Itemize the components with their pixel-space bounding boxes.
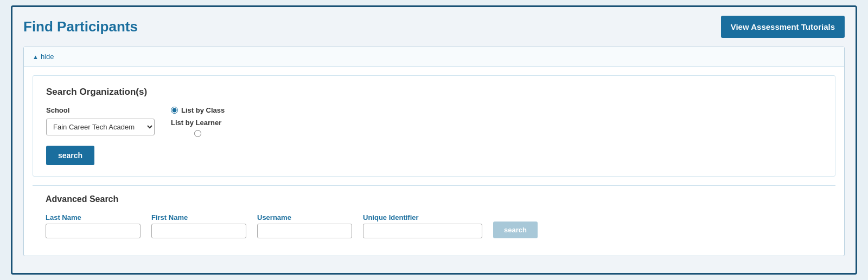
advanced-search-title: Advanced Search — [46, 194, 822, 204]
list-by-class-radio[interactable] — [171, 107, 178, 114]
panel-header: ▲ hide — [24, 47, 844, 67]
username-input[interactable] — [257, 224, 352, 238]
radio-group: List by Class List by Learner — [171, 106, 225, 137]
school-label: School — [46, 106, 155, 114]
hide-toggle[interactable]: ▲ hide — [33, 53, 835, 61]
unique-id-input[interactable] — [363, 224, 482, 238]
advanced-search-section: Advanced Search Last Name First Name Use… — [33, 186, 835, 247]
hide-label: hide — [41, 53, 54, 61]
search-org-section: Search Organization(s) School Fain Caree… — [33, 75, 835, 177]
main-panel: ▲ hide Search Organization(s) School Fai… — [23, 47, 845, 256]
list-by-learner-item: List by Learner — [171, 119, 225, 137]
page-wrapper: Find Participants View Assessment Tutori… — [11, 5, 857, 275]
list-by-class-item: List by Class — [171, 106, 225, 114]
search-org-title: Search Organization(s) — [46, 87, 822, 97]
list-by-learner-text: List by Learner — [171, 119, 221, 127]
page-title: Find Participants — [23, 18, 138, 35]
search-button[interactable]: search — [46, 146, 94, 165]
unique-id-label: Unique Identifier — [363, 213, 482, 222]
advanced-search-button[interactable]: search — [493, 222, 538, 238]
username-label: Username — [257, 213, 352, 222]
unique-id-field-group: Unique Identifier — [363, 213, 482, 238]
search-org-fields: School Fain Career Tech Academ List by C… — [46, 106, 822, 137]
first-name-field-group: First Name — [151, 213, 246, 238]
chevron-up-icon: ▲ — [33, 54, 39, 60]
page-header: Find Participants View Assessment Tutori… — [23, 16, 845, 38]
last-name-field-group: Last Name — [46, 213, 141, 238]
view-tutorials-button[interactable]: View Assessment Tutorials — [721, 16, 845, 38]
list-by-learner-label: List by Learner — [171, 119, 225, 127]
list-by-class-label: List by Class — [171, 106, 225, 114]
list-by-class-text: List by Class — [181, 106, 225, 114]
school-select[interactable]: Fain Career Tech Academ — [46, 119, 155, 135]
last-name-label: Last Name — [46, 213, 141, 222]
last-name-input[interactable] — [46, 224, 141, 238]
first-name-input[interactable] — [151, 224, 246, 238]
list-by-learner-radio[interactable] — [171, 130, 225, 137]
username-field-group: Username — [257, 213, 352, 238]
first-name-label: First Name — [151, 213, 246, 222]
school-field-group: School Fain Career Tech Academ — [46, 106, 155, 135]
advanced-fields: Last Name First Name Username Unique Ide… — [46, 212, 822, 238]
